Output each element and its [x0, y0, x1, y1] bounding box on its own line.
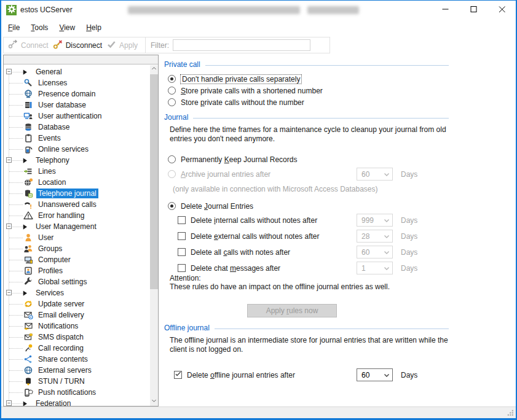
- sidebar-item-call-recording[interactable]: Call recording: [4, 343, 150, 354]
- sidebar-item-push-notifications[interactable]: Push notifications: [4, 387, 150, 398]
- scroll-down-button[interactable]: [150, 397, 158, 406]
- settings-tree[interactable]: −GeneralLicensesPresence domainUser data…: [3, 55, 159, 406]
- radio-archive-after[interactable]: Archive journal entries after 60 Days: [164, 168, 453, 181]
- sidebar-item-label[interactable]: User database: [36, 100, 88, 110]
- sidebar-item-label[interactable]: Email delivery: [36, 310, 86, 320]
- radio-dont-handle-private[interactable]: Don't handle private calls separately: [164, 72, 453, 85]
- sidebar-item-label[interactable]: Notifications: [36, 321, 80, 331]
- sidebar-item-label[interactable]: Telephone journal: [36, 189, 98, 198]
- sidebar-item-telephony[interactable]: −Telephony: [4, 155, 150, 166]
- sidebar-item-stun-turn[interactable]: STUN / TURN: [4, 376, 150, 387]
- sidebar-item-external-servers[interactable]: External servers: [4, 365, 150, 376]
- delete-chat-days-combobox[interactable]: 1: [357, 262, 393, 274]
- sidebar-item-user[interactable]: User: [4, 232, 150, 243]
- menu-file[interactable]: File: [2, 21, 25, 34]
- radio-icon[interactable]: [168, 87, 176, 95]
- sidebar-item-label[interactable]: Federation: [34, 399, 73, 406]
- sidebar-item-label[interactable]: Events: [36, 133, 63, 143]
- sidebar-item-label[interactable]: Error handling: [36, 211, 86, 220]
- delete-internal-days-combobox[interactable]: 999: [357, 214, 393, 227]
- checkbox-delete-offline-row[interactable]: Delete offline journal entries after 60 …: [164, 368, 453, 381]
- resize-grip-icon[interactable]: [507, 409, 515, 418]
- sidebar-item-notifications[interactable]: Notifications: [4, 321, 150, 332]
- delete-all-calls-days-combobox[interactable]: 60: [357, 246, 393, 259]
- sidebar-item-telephone-journal[interactable]: Telephone journal: [4, 188, 150, 199]
- connect-button[interactable]: Connect: [8, 39, 49, 51]
- radio-label[interactable]: Permanently Keep Journal Records: [181, 155, 297, 164]
- sidebar-item-label[interactable]: User authentication: [36, 111, 103, 121]
- sidebar-item-email-delivery[interactable]: Email delivery: [4, 309, 150, 321]
- filter-input[interactable]: [173, 39, 310, 51]
- sidebar-item-label[interactable]: Online services: [36, 144, 90, 154]
- checkbox-label[interactable]: Delete external calls without notes afte…: [191, 232, 319, 241]
- sidebar-item-label[interactable]: Global settings: [36, 277, 89, 287]
- scroll-up-button[interactable]: [150, 65, 158, 74]
- sidebar-item-groups[interactable]: Groups: [4, 243, 150, 254]
- tree-scrollbar[interactable]: [150, 65, 158, 406]
- scrollbar-thumb[interactable]: [150, 74, 158, 289]
- sidebar-item-services[interactable]: −Services: [4, 287, 150, 298]
- sidebar-item-events[interactable]: Events: [4, 133, 150, 144]
- delete-internal-row[interactable]: Delete internal calls without notes afte…: [164, 214, 453, 227]
- radio-label[interactable]: Store private calls with a shortened num…: [181, 87, 323, 95]
- sidebar-item-computer[interactable]: Computer: [4, 254, 150, 265]
- radio-delete-journal-entries[interactable]: Delete Journal Entries: [164, 200, 453, 212]
- minimize-button[interactable]: [431, 1, 459, 19]
- sidebar-item-location[interactable]: Location: [4, 177, 150, 188]
- sidebar-item-label[interactable]: SMS dispatch: [36, 332, 85, 342]
- sidebar-item-label[interactable]: Services: [34, 288, 66, 298]
- sidebar-item-profiles[interactable]: Profiles: [4, 265, 150, 276]
- sidebar-item-online-services[interactable]: Online services: [4, 144, 150, 155]
- sidebar-item-label[interactable]: Groups: [36, 244, 64, 254]
- sidebar-item-database[interactable]: Database: [4, 122, 150, 133]
- collapse-minus-icon[interactable]: −: [6, 224, 12, 229]
- sidebar-item-label[interactable]: Location: [36, 177, 68, 187]
- sidebar-item-label[interactable]: General: [34, 67, 64, 77]
- sidebar-item-label[interactable]: STUN / TURN: [36, 376, 87, 386]
- radio-icon[interactable]: [168, 155, 176, 163]
- delete-external-days-combobox[interactable]: 28: [357, 230, 393, 243]
- delete-all-calls-row[interactable]: Delete all calls with notes after60Days: [164, 246, 453, 259]
- sidebar-item-update-server[interactable]: Update server: [4, 298, 150, 309]
- sidebar-item-label[interactable]: Profiles: [36, 266, 65, 276]
- sidebar-item-label[interactable]: Computer: [36, 255, 73, 265]
- sidebar-item-user-authentication[interactable]: User authentication: [4, 111, 150, 122]
- radio-selected-icon[interactable]: [168, 202, 176, 210]
- sidebar-item-sms-dispatch[interactable]: SMS dispatch: [4, 332, 150, 343]
- collapse-minus-icon[interactable]: −: [6, 290, 12, 295]
- disconnect-button[interactable]: Disconnect: [53, 39, 102, 51]
- radio-label[interactable]: Delete Journal Entries: [181, 202, 253, 211]
- sidebar-item-global-settings[interactable]: Global settings: [4, 276, 150, 287]
- delete-offline-days-combobox[interactable]: 60: [357, 368, 393, 381]
- checkbox-checked-icon[interactable]: [174, 371, 182, 379]
- checkbox-label[interactable]: Delete internal calls without notes afte…: [191, 216, 317, 225]
- radio-store-without-number[interactable]: Store private calls without the number: [164, 96, 453, 109]
- sidebar-item-error-handling[interactable]: Error handling: [4, 210, 150, 221]
- sidebar-item-general[interactable]: −General: [4, 66, 150, 77]
- sidebar-item-label[interactable]: Call recording: [36, 343, 85, 353]
- radio-label[interactable]: Don't handle private calls separately: [181, 75, 301, 84]
- checkbox-label[interactable]: Delete chat messages after: [191, 264, 280, 273]
- checkbox-icon[interactable]: [178, 232, 186, 240]
- collapse-minus-icon[interactable]: −: [6, 157, 12, 163]
- sidebar-item-federation[interactable]: −Federation: [4, 398, 150, 406]
- sidebar-item-label[interactable]: Push notifications: [36, 387, 98, 397]
- sidebar-item-label[interactable]: Lines: [36, 166, 58, 176]
- apply-rules-now-button[interactable]: Apply rules now: [247, 304, 337, 317]
- collapse-minus-icon[interactable]: −: [6, 400, 12, 406]
- sidebar-item-label[interactable]: User: [36, 233, 55, 243]
- title-bar[interactable]: estos UCServer: [1, 1, 516, 19]
- menu-tools[interactable]: Tools: [25, 21, 53, 34]
- collapse-minus-icon[interactable]: −: [6, 69, 12, 74]
- sidebar-item-label[interactable]: Database: [36, 122, 71, 132]
- radio-permanently-keep[interactable]: Permanently Keep Journal Records: [164, 153, 453, 166]
- checkbox-icon[interactable]: [178, 216, 186, 224]
- sidebar-item-label[interactable]: Share contents: [36, 354, 90, 364]
- checkbox-icon[interactable]: [178, 264, 186, 272]
- apply-button[interactable]: Apply: [106, 39, 138, 51]
- sidebar-item-presence-domain[interactable]: Presence domain: [4, 88, 150, 99]
- radio-selected-icon[interactable]: [168, 75, 176, 83]
- sidebar-item-user-management[interactable]: −User Management: [4, 221, 150, 232]
- sidebar-item-label[interactable]: Update server: [36, 299, 86, 309]
- sidebar-item-label[interactable]: External servers: [36, 365, 93, 375]
